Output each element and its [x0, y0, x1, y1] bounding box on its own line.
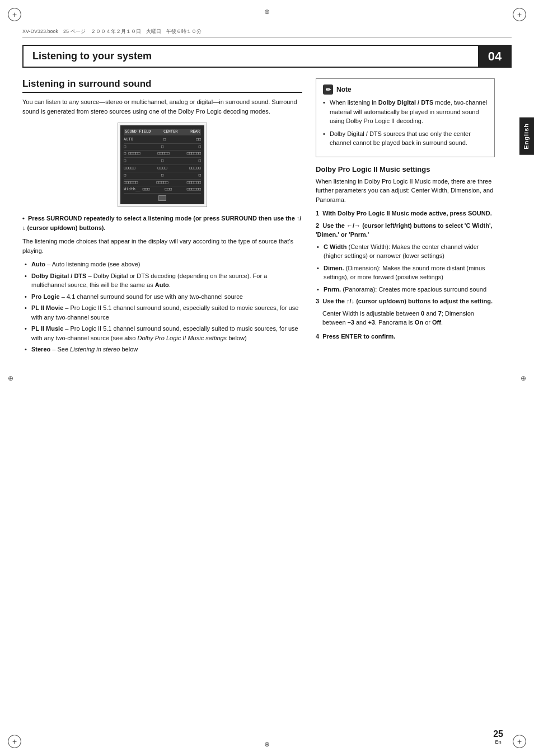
instruction-body: The listening mode choices that appear i… [22, 237, 302, 255]
display-row-3: □ □□□□□□□□□□□□□□□□ [124, 151, 201, 158]
cross-mark-right: ⊕ [521, 374, 526, 382]
reg-mark-tl [8, 8, 21, 21]
reg-mark-bl [8, 735, 21, 748]
step-4: 4 Press ENTER to confirm. [316, 332, 495, 341]
bullet-pro-logic: Pro Logic – 4.1 channel surround sound f… [22, 292, 302, 302]
right-column: ✏ Note When listening in Dolby Digital /… [316, 73, 495, 722]
cross-mark-left: ⊕ [8, 374, 13, 382]
chapter-title: Listening to your system [22, 45, 478, 68]
step-3-body: Center Width is adjustable between 0 and… [316, 309, 495, 327]
step-2-dimen: Dimen. (Dimension): Makes the sound more… [316, 264, 495, 282]
display-col2: CENTER [163, 129, 177, 135]
english-tab: English [519, 118, 534, 155]
reg-mark-tr [513, 8, 526, 21]
bullet-dolby-dts: Dolby Digital / DTS – Dolby Digital or D… [22, 271, 302, 290]
subsection-title: Dolby Pro Logic II Music settings [316, 165, 495, 173]
display-col3: REAR [190, 129, 200, 135]
display-header-row: SOUND FIELD CENTER REAR [124, 129, 201, 135]
step-2-cwidth: C Width (Center Width): Makes the center… [316, 242, 495, 261]
bullet-pl-ii-music: PL II Music – Pro Logic II 5.1 channel s… [22, 324, 302, 342]
main-content: Listening in surround sound You can list… [22, 73, 495, 722]
note-item-2: Dolby Digital / DTS sources that use onl… [323, 129, 488, 148]
display-row-6: □□□ [124, 172, 201, 180]
display-screen: SOUND FIELD CENTER REAR AUTO□□□ □□□ □ □□… [120, 125, 204, 204]
display-row-8: Width__ □□□□□□□□□□□□ [124, 186, 201, 194]
chapter-header: Listening to your system 04 [22, 45, 512, 68]
dolby-subsection: Dolby Pro Logic II Music settings When l… [316, 165, 495, 341]
bullet-auto: Auto – Auto listening mode (see above) [22, 260, 302, 269]
display-row-7: □□□□□□□□□□□□□□□□□ [124, 180, 201, 187]
section-title: Listening in surround sound [22, 78, 302, 93]
display-row-1: AUTO□□□ [124, 137, 201, 144]
chapter-number: 04 [478, 45, 512, 68]
note-icon: ✏ [323, 84, 333, 95]
note-header: ✏ Note [323, 84, 488, 95]
note-box: ✏ Note When listening in Dolby Digital /… [316, 78, 495, 157]
step-2-pnrm: Pnrm. (Panorama): Creates more spacious … [316, 285, 495, 294]
note-item-1: When listening in Dolby Digital / DTS mo… [323, 98, 488, 126]
note-label: Note [336, 86, 352, 93]
display-row-4: □□□ [124, 158, 201, 165]
step-1-num: 1 [316, 210, 322, 217]
left-column: Listening in surround sound You can list… [22, 73, 302, 722]
bullet-stereo: Stereo – See Listening in stereo below [22, 345, 302, 354]
display-row-5: □□□□□□□□□□□□□□ [124, 165, 201, 172]
display-row-2: □□□ [124, 144, 201, 151]
reg-mark-br [513, 735, 526, 748]
page-number: 25 [493, 729, 503, 739]
display-col1: SOUND FIELD [125, 129, 151, 135]
step-2-num: 2 [316, 222, 322, 229]
note-list: When listening in Dolby Digital / DTS mo… [323, 98, 488, 148]
step-1: 1 With Dolby Pro Logic II Music mode act… [316, 209, 495, 218]
mode-list: Auto – Auto listening mode (see above) D… [22, 260, 302, 354]
page-lang: En [495, 739, 502, 745]
display-image: SOUND FIELD CENTER REAR AUTO□□□ □□□ □ □□… [118, 123, 207, 207]
bullet-pl-ii-movie: PL II Movie – Pro Logic II 5.1 channel s… [22, 303, 302, 322]
step-3-num: 3 [316, 298, 322, 304]
intro-text: You can listen to any source—stereo or m… [22, 97, 302, 116]
step-2-bullets: C Width (Center Width): Makes the center… [316, 242, 495, 294]
step-4-num: 4 [316, 333, 322, 340]
display-bottom [124, 195, 201, 201]
cross-mark-bottom: ⊕ [264, 740, 270, 748]
instruction-bold: • Press SURROUND repeatedly to select a … [22, 214, 302, 232]
meta-bar: XV-DV323.book 25 ページ ２００４年２月１０日 火曜日 午後６時… [22, 28, 512, 37]
page-footer: 25 En [493, 729, 503, 745]
meta-text: XV-DV323.book 25 ページ ２００４年２月１０日 火曜日 午後６時… [22, 28, 202, 35]
subsection-intro: When listening in Dolby Pro Logic II Mus… [316, 177, 495, 205]
cross-mark-top: ⊕ [264, 8, 270, 16]
step-3-heading: 3 Use the ↑/↓ (cursor up/down) buttons t… [316, 297, 495, 306]
step-2-heading: 2 Use the ←/→ (cursor left/right) button… [316, 221, 495, 240]
